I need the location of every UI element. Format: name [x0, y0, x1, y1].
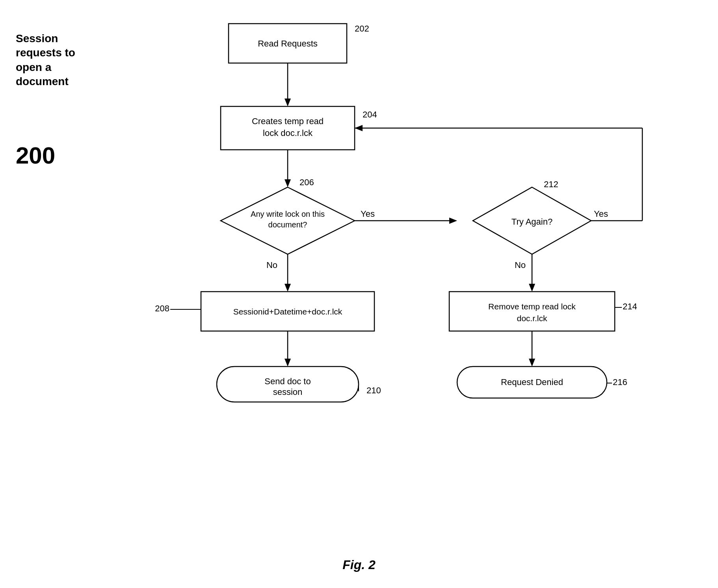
svg-text:Any write lock on this: Any write lock on this: [251, 210, 325, 218]
svg-text:document?: document?: [268, 220, 307, 229]
svg-text:210: 210: [366, 385, 381, 395]
svg-text:214: 214: [623, 301, 637, 311]
fig-caption: Fig. 2: [342, 558, 376, 572]
svg-text:No: No: [515, 260, 526, 270]
svg-text:202: 202: [355, 24, 369, 33]
svg-text:Yes: Yes: [594, 209, 608, 219]
svg-text:Remove temp read lock: Remove temp read lock: [488, 302, 576, 311]
svg-text:206: 206: [299, 177, 314, 187]
svg-text:doc.r.lck: doc.r.lck: [517, 314, 547, 323]
page: Session requests to open a document 200 …: [0, 0, 718, 588]
svg-text:204: 204: [363, 110, 377, 119]
svg-text:Sessionid+Datetime+doc.r.lck: Sessionid+Datetime+doc.r.lck: [233, 307, 342, 316]
svg-text:lock doc.r.lck: lock doc.r.lck: [263, 128, 313, 138]
svg-marker-20: [285, 284, 291, 292]
flowchart-svg: Read Requests 202 Creates temp read lock…: [79, 12, 690, 556]
svg-text:Send doc to: Send doc to: [264, 376, 311, 386]
svg-text:208: 208: [155, 303, 169, 313]
svg-text:216: 216: [613, 377, 627, 387]
figure-number: 200: [16, 142, 55, 169]
svg-marker-6: [285, 99, 291, 106]
svg-text:Read Requests: Read Requests: [258, 39, 318, 48]
svg-text:Try Again?: Try Again?: [512, 217, 552, 227]
svg-text:session: session: [273, 387, 303, 397]
svg-marker-23: [449, 218, 457, 224]
svg-marker-52: [529, 359, 535, 367]
svg-text:Creates temp read: Creates temp read: [252, 116, 324, 126]
svg-marker-13: [285, 179, 291, 187]
diagram: Read Requests 202 Creates temp read lock…: [79, 12, 690, 556]
svg-marker-45: [529, 284, 535, 292]
svg-marker-29: [285, 359, 291, 367]
svg-text:No: No: [266, 260, 277, 270]
svg-rect-46: [449, 292, 615, 331]
svg-marker-42: [355, 125, 363, 131]
svg-text:Request Denied: Request Denied: [501, 377, 563, 387]
svg-text:212: 212: [544, 179, 558, 189]
svg-text:Yes: Yes: [361, 209, 375, 219]
